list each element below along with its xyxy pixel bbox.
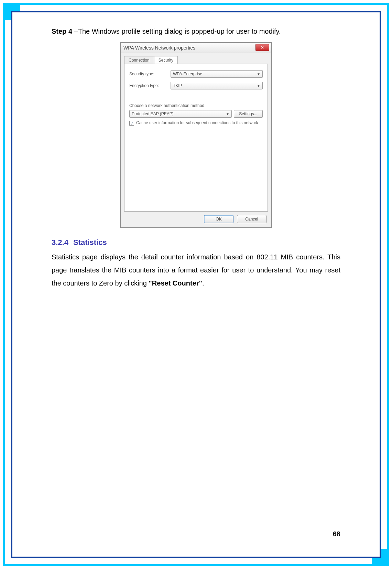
auth-method-combo[interactable]: Protected EAP (PEAP) ▼ <box>129 110 232 118</box>
chevron-down-icon: ▼ <box>257 84 260 88</box>
page-content: Step 4 –The Windows profile setting dial… <box>52 28 340 541</box>
chevron-down-icon: ▼ <box>226 112 229 116</box>
section-heading: 3.2.4Statistics <box>52 238 340 247</box>
dialog-footer: OK Cancel <box>121 212 271 227</box>
section-number: 3.2.4 <box>52 238 68 247</box>
cancel-button[interactable]: Cancel <box>237 215 266 223</box>
step-text: –The Windows profile setting dialog is p… <box>72 28 281 35</box>
section-title: Statistics <box>73 238 107 247</box>
auth-method-value: Protected EAP (PEAP) <box>132 111 174 116</box>
close-button[interactable]: ✕ <box>255 44 269 51</box>
encryption-type-label: Encryption type: <box>129 83 171 88</box>
security-type-combo[interactable]: WPA-Enterprise ▼ <box>171 70 263 78</box>
close-icon: ✕ <box>261 45 264 50</box>
check-icon: ✓ <box>130 121 133 126</box>
cancel-button-label: Cancel <box>245 217 258 222</box>
security-type-row: Security type: WPA-Enterprise ▼ <box>129 70 263 78</box>
cache-checkbox-row: ✓ Cache user information for subsequent … <box>129 120 263 126</box>
chevron-down-icon: ▼ <box>257 72 260 76</box>
step-label: Step 4 <box>52 28 72 35</box>
cache-checkbox-label: Cache user information for subsequent co… <box>136 120 258 126</box>
section-body: Statistics page displays the detail coun… <box>52 250 340 290</box>
ok-button-label: OK <box>216 217 221 222</box>
tab-security[interactable]: Security <box>154 56 178 64</box>
tab-connection[interactable]: Connection <box>124 56 154 64</box>
reset-counter-bold: "Reset Counter" <box>149 279 202 287</box>
settings-button[interactable]: Settings... <box>234 110 263 118</box>
wpa-properties-dialog: WPA Wireless Network properties ✕ Connec… <box>120 42 272 228</box>
dialog-body: Security type: WPA-Enterprise ▼ Encrypti… <box>124 64 268 212</box>
auth-method-label: Choose a network authentication method: <box>129 103 263 108</box>
cache-checkbox[interactable]: ✓ <box>129 121 134 126</box>
page-number: 68 <box>333 530 340 538</box>
security-type-label: Security type: <box>129 72 171 76</box>
dialog-titlebar: WPA Wireless Network properties ✕ <box>121 43 271 53</box>
step-line: Step 4 –The Windows profile setting dial… <box>52 28 340 35</box>
encryption-type-row: Encryption type: TKIP ▼ <box>129 82 263 89</box>
encryption-type-value: TKIP <box>173 83 182 88</box>
ok-button[interactable]: OK <box>204 215 233 223</box>
auth-method-row: Protected EAP (PEAP) ▼ Settings... <box>129 110 263 118</box>
security-type-value: WPA-Enterprise <box>173 72 202 76</box>
dialog-title: WPA Wireless Network properties <box>123 45 195 51</box>
encryption-type-combo[interactable]: TKIP ▼ <box>171 82 263 89</box>
section-body-after: . <box>202 279 204 287</box>
tabs-row: ConnectionSecurity <box>121 53 271 64</box>
settings-button-label: Settings... <box>239 111 257 116</box>
